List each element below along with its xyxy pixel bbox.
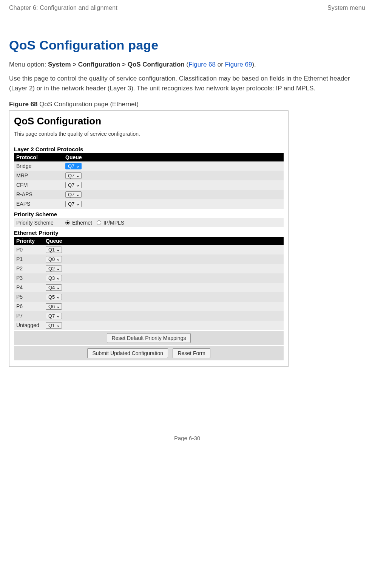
section-ethernet-priority: Ethernet Priority: [14, 230, 284, 236]
queue-select[interactable]: Q1⌄: [46, 322, 62, 329]
eth-priority: P0: [14, 245, 43, 254]
eth-priority: P3: [14, 273, 43, 283]
radio-ethernet[interactable]: [65, 220, 70, 225]
chevron-down-icon: ⌄: [56, 313, 60, 318]
section-title: System menu: [327, 5, 365, 11]
queue-value: Q7: [68, 183, 74, 188]
radio-ipmpls-label: IP/MPLS: [103, 220, 124, 226]
eth-priority: P7: [14, 311, 43, 321]
chevron-down-icon: ⌄: [56, 304, 60, 309]
table-row: P6Q6⌄: [14, 302, 284, 311]
queue-value: Q7: [68, 173, 74, 178]
table-row: P5Q5⌄: [14, 292, 284, 302]
table-row: P4Q4⌄: [14, 283, 284, 292]
queue-select[interactable]: Q4⌄: [46, 284, 62, 291]
queue-select[interactable]: Q7⌄: [65, 191, 82, 198]
queue-value: Q7: [48, 313, 55, 318]
th-priority: Priority: [14, 237, 43, 245]
figure-label: Figure 68: [9, 101, 38, 108]
layer2-table: Protocol Queue Bridge Q7⌄ MRP Q7⌄ CFM Q7…: [14, 153, 284, 209]
l2-proto: R-APS: [14, 190, 63, 199]
body-paragraph: Use this page to control the quality of …: [9, 74, 365, 94]
scheme-label: Priority Scheme: [14, 218, 63, 227]
queue-select[interactable]: Q7⌄: [65, 163, 82, 169]
table-row: Priority Scheme Ethernet IP/MPLS: [14, 218, 284, 227]
chevron-down-icon: ⌄: [76, 173, 80, 178]
th-protocol: Protocol: [14, 153, 63, 161]
queue-value: Q0: [48, 257, 55, 262]
chevron-down-icon: ⌄: [76, 192, 80, 197]
section-layer2: Layer 2 Control Protocols: [14, 146, 284, 152]
chevron-down-icon: ⌄: [56, 276, 60, 280]
l2-proto: EAPS: [14, 199, 63, 209]
chevron-down-icon: ⌄: [56, 266, 60, 271]
queue-value: Q3: [48, 276, 55, 281]
figure-inner-subtitle: This page controls the quality of servic…: [14, 131, 284, 137]
queue-value: Q7: [68, 164, 74, 169]
button-bar-1: Reset Default Priority Mappings: [14, 331, 284, 345]
queue-select[interactable]: Q7⌄: [65, 182, 82, 188]
queue-value: Q6: [48, 304, 55, 309]
figure-box: QoS Configuration This page controls the…: [9, 110, 289, 367]
queue-value: Q7: [68, 202, 74, 206]
page-number: 6-30: [189, 435, 200, 441]
chevron-down-icon: ⌄: [76, 164, 80, 168]
chevron-down-icon: ⌄: [56, 247, 60, 252]
table-row: P1Q0⌄: [14, 254, 284, 264]
reset-default-mappings-button[interactable]: Reset Default Priority Mappings: [107, 333, 191, 343]
table-row: P2Q2⌄: [14, 264, 284, 273]
submit-config-button[interactable]: Submit Updated Configuration: [87, 348, 168, 358]
table-row: Bridge Q7⌄: [14, 161, 284, 171]
chevron-down-icon: ⌄: [76, 202, 80, 206]
queue-value: Q2: [48, 266, 55, 271]
section-priority-scheme: Priority Scheme: [14, 211, 284, 217]
radio-ipmpls[interactable]: [97, 220, 101, 225]
radio-ethernet-label: Ethernet: [72, 220, 92, 226]
table-row: EAPS Q7⌄: [14, 199, 284, 209]
page-label: Page: [174, 435, 189, 441]
chevron-down-icon: ⌄: [56, 285, 60, 290]
figure-caption: Figure 68 QoS Configuration page (Ethern…: [9, 101, 365, 108]
chevron-down-icon: ⌄: [76, 183, 80, 187]
figure-link-69[interactable]: Figure 69: [225, 61, 252, 68]
queue-value: Q4: [48, 285, 55, 290]
page-title: QoS Configuration page: [9, 38, 365, 53]
l2-proto: Bridge: [14, 161, 63, 171]
paren-open: (: [185, 61, 188, 68]
or-text: or: [216, 61, 225, 68]
figure-inner-title: QoS Configuration: [14, 115, 284, 127]
menu-option-line: Menu option: System > Configuration > Qo…: [9, 61, 365, 68]
breadcrumb: System > Configuration > QoS Configurati…: [48, 61, 185, 68]
queue-value: Q7: [68, 192, 74, 197]
figure-link-68[interactable]: Figure 68: [188, 61, 216, 68]
eth-priority: P5: [14, 292, 43, 302]
menu-prefix: Menu option:: [9, 61, 48, 68]
page-footer: Page 6-30: [9, 435, 365, 449]
eth-priority: P4: [14, 283, 43, 292]
figure-caption-text: QoS Configuration page (Ethernet): [38, 101, 139, 108]
queue-select[interactable]: Q7⌄: [65, 172, 82, 179]
l2-proto: MRP: [14, 171, 63, 180]
button-bar-2: Submit Updated Configuration Reset Form: [14, 346, 284, 360]
queue-select[interactable]: Q1⌄: [46, 247, 62, 253]
chevron-down-icon: ⌄: [56, 323, 60, 327]
table-row: P3Q3⌄: [14, 273, 284, 283]
table-row: P0Q1⌄: [14, 245, 284, 254]
queue-value: Q1: [48, 247, 55, 252]
reset-form-button[interactable]: Reset Form: [173, 348, 210, 358]
queue-select[interactable]: Q2⌄: [46, 265, 62, 272]
queue-select[interactable]: Q7⌄: [65, 201, 82, 207]
table-row: CFM Q7⌄: [14, 180, 284, 190]
chapter-title: Chapter 6: Configuration and alignment: [9, 5, 117, 11]
th-queue: Queue: [43, 237, 284, 245]
eth-priority: P1: [14, 254, 43, 264]
queue-select[interactable]: Q5⌄: [46, 294, 62, 300]
scheme-table: Priority Scheme Ethernet IP/MPLS: [14, 218, 284, 227]
ethernet-priority-table: Priority Queue P0Q1⌄ P1Q0⌄ P2Q2⌄ P3Q3⌄ P…: [14, 237, 284, 330]
queue-select[interactable]: Q6⌄: [46, 303, 62, 310]
queue-select[interactable]: Q0⌄: [46, 256, 62, 262]
table-row: P7Q7⌄: [14, 311, 284, 321]
queue-select[interactable]: Q3⌄: [46, 275, 62, 281]
queue-select[interactable]: Q7⌄: [46, 313, 62, 319]
queue-value: Q1: [48, 323, 55, 328]
